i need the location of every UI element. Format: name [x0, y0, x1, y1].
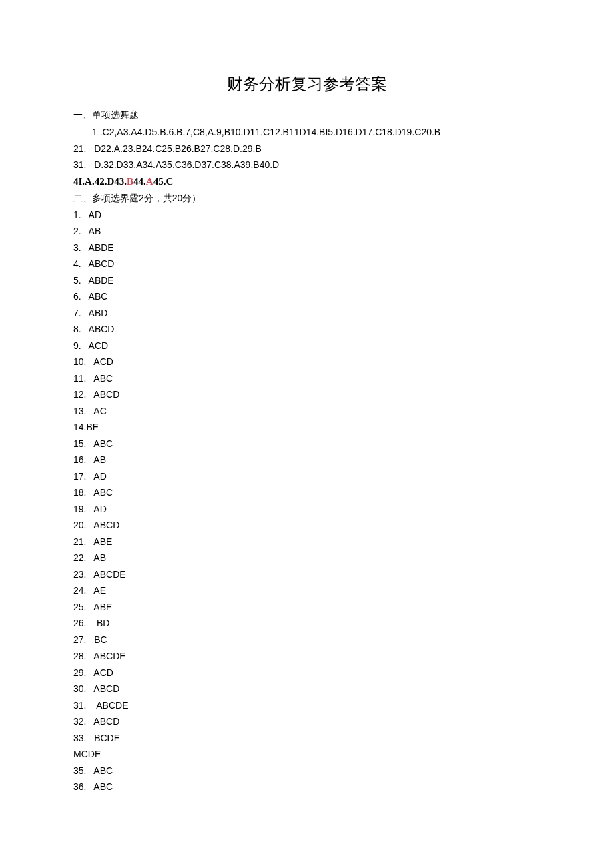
answer-item: MCDE: [73, 746, 541, 763]
answer-item: 11. ABC: [73, 370, 541, 387]
answer-item: 3. ABDE: [73, 240, 541, 256]
answer-item: 29. ACD: [73, 665, 541, 681]
answer-item: 18. ABC: [73, 484, 541, 501]
answer-item: 4. ABCD: [73, 256, 541, 272]
answer-item: 21. ABE: [73, 534, 541, 550]
answer-item: 8. ABCD: [73, 321, 541, 338]
answer-item: 15. ABC: [73, 436, 541, 452]
answer-item: 6. ABC: [73, 288, 541, 305]
answer-item: 9. ACD: [73, 338, 541, 354]
answer-item: 22. AB: [73, 550, 541, 566]
answer-item: 23. ABCDE: [73, 566, 541, 583]
document-page: 财务分析复习参考答案 一、单项选舞题 1 .C2,A3.A4.D5.B.6.B.…: [0, 0, 614, 835]
answer-item: 32. ABCD: [73, 713, 541, 730]
bold-text-red: B: [127, 176, 133, 187]
section1-bold-line: 4I.A.42.D43.B44.A45.C: [73, 173, 541, 191]
answer-item: 19. AD: [73, 501, 541, 518]
answer-item: 30. ΛBCD: [73, 681, 541, 697]
bold-text: 45.C: [154, 176, 174, 187]
answer-item: 35. ABC: [73, 763, 541, 779]
answer-item: 28. ABCDE: [73, 648, 541, 665]
answer-item: 27. BC: [73, 632, 541, 648]
section1-header: 一、单项选舞题: [73, 109, 541, 121]
bold-text-red: A: [146, 176, 154, 187]
answer-item: 13. AC: [73, 403, 541, 420]
answer-item: 1. AD: [73, 207, 541, 224]
answer-item: 12. ABCD: [73, 386, 541, 403]
answer-item: 25. ABE: [73, 599, 541, 616]
page-title: 财务分析复习参考答案: [73, 73, 541, 95]
answer-item: 24. AE: [73, 582, 541, 599]
bold-text: 44.: [133, 176, 146, 187]
answer-item: 14.BE: [73, 419, 541, 436]
answer-item: 31. ABCDE: [73, 697, 541, 714]
answer-item: 26. BD: [73, 615, 541, 632]
answer-item: 7. ABD: [73, 305, 541, 322]
section2-header: 二、多项选界霆2分，共20分）: [73, 190, 541, 207]
answer-item: 5. ABDE: [73, 272, 541, 289]
section1-line: 21. D22.A.23.B24.C25.B26.B27.C28.D.29.B: [73, 141, 541, 157]
section1-line: 31. D.32.D33.A34.Λ35.C36.D37.C38.A39.B40…: [73, 157, 541, 173]
answer-item: 16. AB: [73, 452, 541, 468]
answer-item: 36. ABC: [73, 779, 541, 795]
answer-item: 17. AD: [73, 468, 541, 485]
answer-item: 20. ABCD: [73, 517, 541, 534]
answer-item: 33. BCDE: [73, 730, 541, 747]
answer-item: 10. ACD: [73, 354, 541, 370]
section1-line: 1 .C2,A3.A4.D5.B.6.B.7,C8,A.9,B10.D11.C1…: [73, 124, 541, 141]
answer-item: 2. AB: [73, 223, 541, 240]
bold-text: 4I.A.42.D43.: [73, 176, 127, 187]
